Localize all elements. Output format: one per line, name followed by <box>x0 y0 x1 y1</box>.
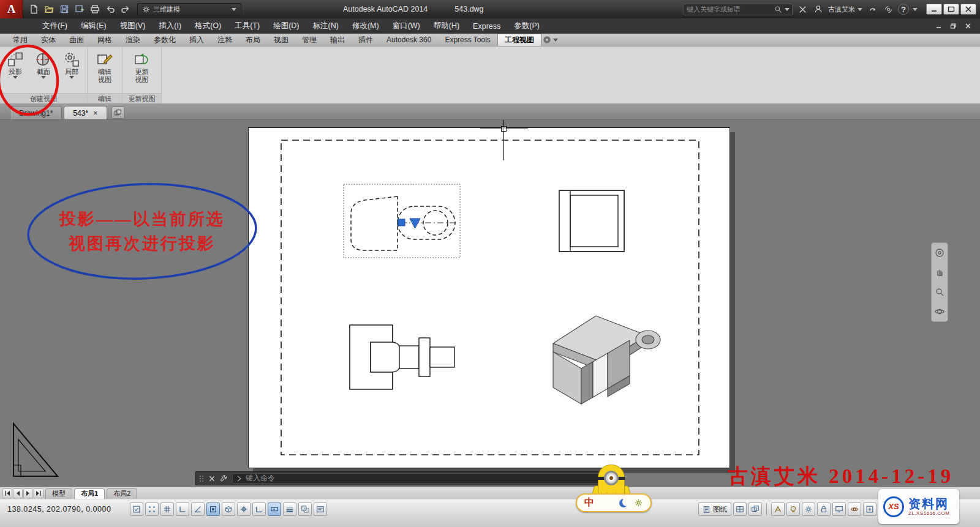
snap-mode-toggle[interactable] <box>145 503 159 516</box>
detail-split-chevron-icon[interactable] <box>69 76 74 79</box>
ribbon-tab-solid[interactable]: 实体 <box>34 34 62 46</box>
first-layout-button[interactable] <box>2 488 12 498</box>
quick-view-drawings-button[interactable] <box>748 503 762 516</box>
menu-dimension[interactable]: 标注(N) <box>306 18 345 34</box>
a360-sync-icon[interactable] <box>866 3 878 15</box>
ribbon-tab-manage[interactable]: 管理 <box>295 34 323 46</box>
ribbon-tab-mesh[interactable]: 网格 <box>91 34 119 46</box>
file-tab-close-icon[interactable]: × <box>93 109 98 117</box>
hardware-acceleration-button[interactable] <box>832 503 846 516</box>
doc-minimize-icon[interactable] <box>932 21 944 32</box>
customize-wrench-icon[interactable] <box>220 474 228 482</box>
menu-format[interactable]: 格式(O) <box>188 18 228 34</box>
doc-close-icon[interactable] <box>962 21 974 32</box>
lock-ui-button[interactable] <box>817 503 831 516</box>
annotation-visibility-button[interactable] <box>786 503 800 516</box>
menu-modify[interactable]: 修改(M) <box>345 18 386 34</box>
command-drag-grip[interactable] <box>199 474 204 483</box>
steering-wheel-icon[interactable] <box>935 248 944 258</box>
dynamic-input-toggle[interactable] <box>268 503 281 516</box>
help-button[interactable]: ? <box>898 4 909 15</box>
orbit-icon[interactable] <box>935 307 944 316</box>
input-method-bar[interactable]: 中 <box>576 493 652 512</box>
file-tab-543[interactable]: 543* × <box>64 106 107 119</box>
ribbon-tab-layout[interactable]: 布局 <box>239 34 267 46</box>
ribbon-tab-engineering-view[interactable]: 工程视图 <box>497 34 541 46</box>
3d-object-snap-toggle[interactable] <box>222 503 235 516</box>
last-layout-button[interactable] <box>34 488 43 498</box>
ribbon-tab-insert[interactable]: 插入 <box>183 34 211 46</box>
ribbon-tab-output[interactable]: 输出 <box>323 34 352 46</box>
transparency-toggle[interactable] <box>298 503 312 516</box>
ortho-mode-toggle[interactable] <box>176 503 189 516</box>
layout-paper[interactable] <box>248 127 730 468</box>
ribbon-tab-add-ins[interactable]: 插件 <box>352 34 380 46</box>
object-snap-tracking-toggle[interactable] <box>237 503 251 516</box>
ribbon-tab-annotate[interactable]: 注释 <box>211 34 239 46</box>
ribbon-tab-surface[interactable]: 曲面 <box>62 34 91 46</box>
maximize-button[interactable] <box>943 4 959 15</box>
panel-label-edit[interactable]: 编辑 <box>88 93 122 103</box>
redo-button[interactable] <box>119 2 132 16</box>
annotation-scale-button[interactable] <box>771 503 785 516</box>
application-menu-button[interactable]: A <box>0 0 23 18</box>
search-input[interactable] <box>687 6 772 13</box>
menu-parametric[interactable]: 参数(P) <box>507 18 546 34</box>
moon-mode-icon[interactable] <box>619 499 628 507</box>
zoom-icon[interactable] <box>935 287 944 297</box>
close-button[interactable] <box>960 4 976 15</box>
isolate-objects-button[interactable] <box>848 503 861 516</box>
user-account-chip[interactable]: 古滇艾米 <box>828 5 862 14</box>
polar-tracking-toggle[interactable] <box>191 503 205 516</box>
projection-button[interactable]: 投影 <box>2 49 28 80</box>
update-view-button[interactable]: 更新 视图 <box>129 49 155 84</box>
plot-button[interactable] <box>88 2 102 16</box>
ribbon-tab-view[interactable]: 视图 <box>267 34 295 46</box>
command-input-field[interactable]: 键入命令 <box>232 473 619 484</box>
menu-file[interactable]: 文件(F) <box>36 18 74 34</box>
ribbon-tab-parametric[interactable]: 参数化 <box>147 34 183 46</box>
menu-draw[interactable]: 绘图(D) <box>266 18 306 34</box>
lineweight-toggle[interactable] <box>283 503 296 516</box>
help-menu-chevron-icon[interactable] <box>913 8 918 11</box>
detail-button[interactable]: 局部 <box>59 49 85 80</box>
previous-layout-button[interactable] <box>13 488 23 498</box>
search-scope-chevron-icon[interactable] <box>785 8 790 11</box>
tab-layout2[interactable]: 布局2 <box>107 488 137 499</box>
exchange-apps-icon[interactable] <box>796 3 809 15</box>
help-search-box[interactable] <box>684 4 793 15</box>
menu-view[interactable]: 视图(V) <box>113 18 153 34</box>
menu-tools[interactable]: 工具(T) <box>228 18 266 34</box>
undo-button[interactable] <box>104 2 117 16</box>
menu-help[interactable]: 帮助(H) <box>427 18 466 34</box>
next-layout-button[interactable] <box>23 488 33 498</box>
search-icon[interactable] <box>774 6 782 13</box>
new-file-button[interactable] <box>27 2 40 16</box>
section-split-chevron-icon[interactable] <box>41 76 46 79</box>
menu-edit[interactable]: 编辑(E) <box>74 18 113 34</box>
pan-hand-icon[interactable] <box>935 267 944 277</box>
open-file-button[interactable] <box>42 2 56 16</box>
workspace-switcher-dropdown[interactable]: 三维建模 <box>137 3 241 15</box>
section-button[interactable]: 截面 <box>31 49 56 80</box>
panel-label-create-view[interactable]: 创建视图 <box>0 93 87 103</box>
save-button[interactable] <box>58 2 71 16</box>
doc-restore-icon[interactable] <box>947 21 959 32</box>
edit-view-button[interactable]: 编辑 视图 <box>92 49 118 84</box>
ime-language-indicator[interactable]: 中 <box>584 496 594 509</box>
menu-insert[interactable]: 插入(I) <box>152 18 188 34</box>
ribbon-tab-home[interactable]: 常用 <box>6 34 34 46</box>
tab-layout1[interactable]: 布局1 <box>74 488 105 499</box>
quick-view-layouts-button[interactable] <box>733 503 747 516</box>
minimize-button[interactable] <box>926 4 942 15</box>
grid-display-toggle[interactable] <box>160 503 174 516</box>
projection-split-chevron-icon[interactable] <box>13 76 18 79</box>
ribbon-tab-render[interactable]: 渲染 <box>119 34 147 46</box>
navigation-bar[interactable] <box>931 242 948 322</box>
menu-window[interactable]: 窗口(W) <box>386 18 427 34</box>
object-snap-toggle[interactable] <box>206 503 220 516</box>
sign-in-icon[interactable] <box>812 3 824 15</box>
tab-model[interactable]: 模型 <box>45 488 72 499</box>
new-drawing-tab-button[interactable] <box>111 107 125 119</box>
menu-express[interactable]: Express <box>466 18 507 34</box>
